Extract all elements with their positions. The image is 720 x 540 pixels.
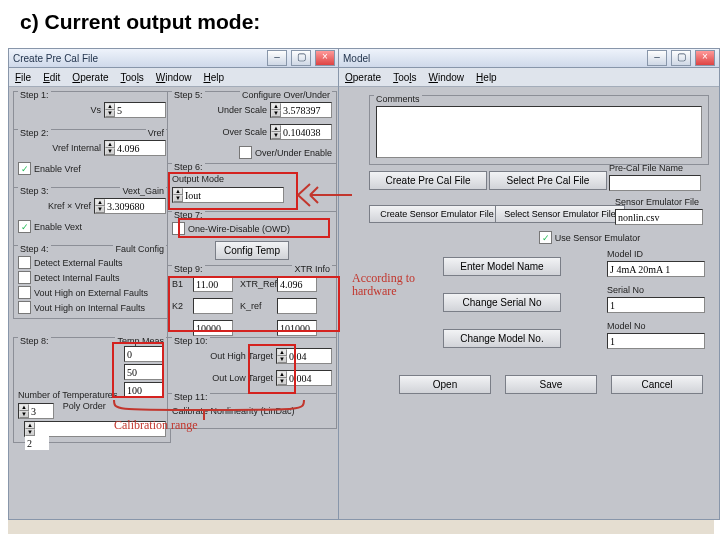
b1-input[interactable]: [194, 277, 232, 291]
under-label: Under Scale: [217, 105, 267, 115]
xtrref-label: XTR_Ref: [240, 279, 274, 289]
enable-vref-checkbox[interactable]: ✓: [18, 162, 31, 175]
vs-input[interactable]: [115, 103, 165, 117]
select-precal-button[interactable]: Select Pre Cal File: [489, 171, 607, 190]
menubar[interactable]: File Edit Operate Tools Window Help: [9, 68, 339, 87]
menu-help[interactable]: Help: [203, 72, 224, 83]
modelno-field[interactable]: [607, 333, 705, 349]
xtrref-input[interactable]: [278, 277, 316, 291]
select-sef-button[interactable]: Select Sensor Emulator File: [495, 205, 625, 223]
under-field[interactable]: ▲▼: [270, 102, 332, 118]
use-sef-checkbox[interactable]: ✓: [539, 231, 552, 244]
window-precal: Create Pre Cal File – ▢ × File Edit Oper…: [8, 48, 340, 520]
t2-input[interactable]: [125, 365, 163, 379]
menu-operate[interactable]: Operate: [72, 72, 108, 83]
menu-operate-r[interactable]: Operate: [345, 72, 381, 83]
row3a-field[interactable]: [193, 320, 233, 336]
create-precal-button[interactable]: Create Pre Cal File: [369, 171, 487, 190]
xtrref-field[interactable]: [277, 276, 317, 292]
lo-input[interactable]: [287, 371, 331, 385]
step10-group: Step 10: Out High Target▲▼ Out Low Targe…: [167, 337, 337, 397]
menubar-right[interactable]: Operate Tools Window Help: [339, 68, 719, 87]
sef-name-field[interactable]: [615, 209, 703, 225]
vref-field[interactable]: ▲▼: [104, 140, 166, 156]
min-btn-r[interactable]: –: [647, 50, 667, 66]
window-title: Create Pre Cal File: [13, 53, 98, 64]
t3-field[interactable]: [124, 382, 164, 398]
over-input[interactable]: [281, 125, 331, 139]
model-id-field[interactable]: [607, 261, 705, 277]
step6-label: Step 6:: [172, 162, 205, 172]
enable-vext-checkbox[interactable]: ✓: [18, 220, 31, 233]
enter-model-name-button[interactable]: Enter Model Name: [443, 257, 561, 276]
menu-tools-r[interactable]: Tools: [393, 72, 416, 83]
fault-ext-checkbox[interactable]: [18, 256, 31, 269]
menu-window-r[interactable]: Window: [429, 72, 465, 83]
kref2-field[interactable]: [277, 298, 317, 314]
kref2-input[interactable]: [278, 299, 316, 313]
menu-help-r[interactable]: Help: [476, 72, 497, 83]
t1-input[interactable]: [125, 347, 163, 361]
row3b-field[interactable]: [277, 320, 317, 336]
precal-name-field[interactable]: [609, 175, 701, 191]
precal-name-input[interactable]: [610, 176, 700, 190]
comments-textarea[interactable]: [376, 106, 702, 158]
maximize-button[interactable]: ▢: [291, 50, 311, 66]
close-btn-r[interactable]: ×: [695, 50, 715, 66]
output-mode-field[interactable]: ▲▼: [172, 187, 284, 203]
config-temp-button[interactable]: Config Temp: [215, 241, 289, 260]
menu-window[interactable]: Window: [156, 72, 192, 83]
step7-group: Step 7: One-Wire-Disable (OWD) Config Te…: [167, 211, 337, 269]
hi-input[interactable]: [287, 349, 331, 363]
numtemp-field[interactable]: ▲▼: [18, 403, 54, 419]
output-mode-input[interactable]: [183, 188, 283, 202]
fault-int-checkbox[interactable]: [18, 271, 31, 284]
open-button[interactable]: Open: [399, 375, 491, 394]
numtemp-input[interactable]: [29, 404, 53, 418]
menu-tools[interactable]: Tools: [121, 72, 144, 83]
k2-field[interactable]: [193, 298, 233, 314]
vref-input[interactable]: [115, 141, 165, 155]
lo-field[interactable]: ▲▼: [276, 370, 332, 386]
titlebar[interactable]: Create Pre Cal File – ▢ ×: [9, 49, 339, 68]
menu-file[interactable]: File: [15, 72, 31, 83]
owd-checkbox[interactable]: [172, 222, 185, 235]
vref-label: Vref Internal: [52, 143, 101, 153]
vout-int-checkbox[interactable]: [18, 301, 31, 314]
cancel-button[interactable]: Cancel: [611, 375, 703, 394]
hi-field[interactable]: ▲▼: [276, 348, 332, 364]
overunder-checkbox[interactable]: [239, 146, 252, 159]
model-id-input[interactable]: [608, 262, 704, 276]
modelno-input[interactable]: [608, 334, 704, 348]
change-model-button[interactable]: Change Model No.: [443, 329, 561, 348]
titlebar-right[interactable]: Model – ▢ ×: [339, 49, 719, 68]
minimize-button[interactable]: –: [267, 50, 287, 66]
menu-edit[interactable]: Edit: [43, 72, 60, 83]
serial-field[interactable]: [607, 297, 705, 313]
max-btn-r[interactable]: ▢: [671, 50, 691, 66]
under-input[interactable]: [281, 103, 331, 117]
create-sef-button[interactable]: Create Sensor Emulator File: [369, 205, 505, 223]
vout-ext-checkbox[interactable]: [18, 286, 31, 299]
sef-name-label: Sensor Emulator File: [615, 197, 699, 207]
sef-name-input[interactable]: [616, 210, 702, 224]
t2-field[interactable]: [124, 364, 164, 380]
change-serial-button[interactable]: Change Serial No: [443, 293, 561, 312]
row3a-input[interactable]: [194, 321, 232, 335]
vs-field[interactable]: ▲▼: [104, 102, 166, 118]
step8-group: Step 8: Temp Meas Number of Temperatures…: [13, 337, 171, 443]
t1-field[interactable]: [124, 346, 164, 362]
close-button[interactable]: ×: [315, 50, 335, 66]
poly-field[interactable]: ▲▼: [24, 421, 166, 437]
k2-input[interactable]: [194, 299, 232, 313]
save-button[interactable]: Save: [505, 375, 597, 394]
step5-group: Step 5: Configure Over/Under Under Scale…: [167, 91, 337, 167]
over-field[interactable]: ▲▼: [270, 124, 332, 140]
poly-input[interactable]: [25, 436, 49, 450]
kref-input[interactable]: [105, 199, 165, 213]
b1-field[interactable]: [193, 276, 233, 292]
row3b-input[interactable]: [278, 321, 316, 335]
t3-input[interactable]: [125, 383, 163, 397]
serial-input[interactable]: [608, 298, 704, 312]
kref-field[interactable]: ▲▼: [94, 198, 166, 214]
